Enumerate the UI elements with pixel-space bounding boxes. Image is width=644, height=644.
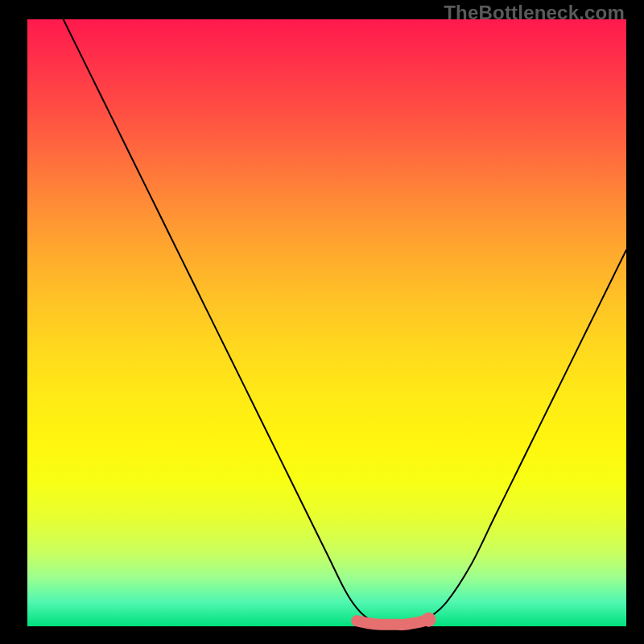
highlight-end-dot <box>421 613 436 627</box>
watermark-label: TheBottleneck.com <box>444 2 625 24</box>
curve-layer <box>0 0 644 644</box>
chart-frame: TheBottleneck.com <box>0 0 644 644</box>
optimal-range-highlight <box>357 620 428 625</box>
bottleneck-curve <box>64 19 626 624</box>
